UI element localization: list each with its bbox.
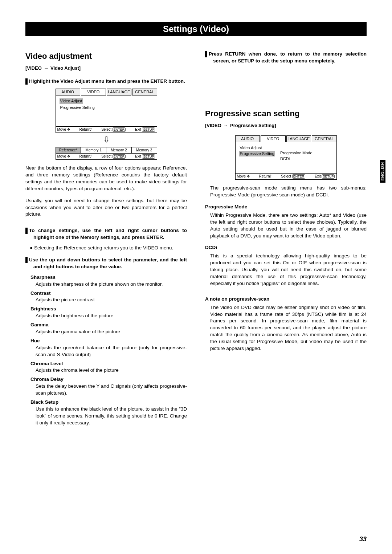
param-sharpness: Sharpness Adjusts the sharpness of the p… [25, 274, 187, 288]
osd-tab-audio: AUDIO [56, 89, 81, 95]
osd-tabs: AUDIO VIDEO LANGUAGE GENERAL [235, 135, 337, 142]
left-column: Video adjustment [VIDEO → Video Adjust] … [25, 51, 187, 429]
osd-footer-move: Move ✥ [57, 127, 70, 132]
right-column: 4Press RETURN when done, to return to th… [205, 51, 367, 429]
osd-footer-return: Return⤴ [79, 154, 92, 159]
osd-tab-language: LANGUAGE [107, 89, 132, 95]
return-icon: ⤴ [270, 174, 271, 178]
param-name: Chroma Delay [30, 376, 187, 383]
two-column-layout: Video adjustment [VIDEO → Video Adjust] … [25, 51, 367, 429]
param-desc: Use this to enhance the black level of t… [30, 406, 187, 427]
param-gamma: Gamma Adjusts the gamma value of the pic… [25, 322, 187, 335]
paragraph: Within Progressive Mode, there are two s… [205, 212, 367, 240]
osd-footer-exit: Exit SETUP [135, 154, 155, 159]
param-name: Hue [30, 338, 187, 345]
memory-row: Reference* Memory 1 Memory 2 Memory 3 [56, 147, 157, 154]
language-tab: ENGLISH [380, 160, 385, 183]
path-prefix: [VIDEO [205, 123, 221, 128]
osd-item: Video Adjust [239, 145, 275, 151]
paragraph: Near the bottom of the display, a row of… [25, 165, 187, 192]
param-desc: Sets the delay between the Y and C signa… [30, 383, 187, 397]
menu-path: [VIDEO → Progressive Setting] [205, 122, 367, 129]
step-number-4: 4 [205, 51, 207, 57]
param-name: Sharpness [30, 274, 187, 281]
param-black-setup: Black Setup Use this to enhance the blac… [25, 399, 187, 427]
param-name: Contrast [30, 290, 187, 297]
step-2: 2To change settings, use the left and ri… [25, 227, 187, 241]
osd-tab-audio: AUDIO [235, 135, 260, 142]
step-3: 3Use the up and down buttons to select t… [25, 257, 187, 270]
step-number-3: 3 [25, 257, 28, 263]
osd-body: Video Adjust Progressive Setting [56, 95, 157, 126]
step-2-text: To change settings, use the left and rig… [29, 228, 187, 240]
bullet-item: ● Selecting the Reference setting return… [25, 245, 187, 252]
param-desc: Adjusts the brightness of the picture [30, 313, 187, 319]
param-chroma-level: Chroma Level Adjusts the chroma level of… [25, 360, 187, 374]
osd-tab-general: GENERAL [132, 89, 157, 95]
step-1-text: Highlight the Video Adjust menu item and… [29, 78, 185, 84]
bullet-text: Selecting the Reference setting returns … [34, 245, 173, 250]
osd-item-selected: Progressive Setting [239, 151, 275, 156]
subsection-progressive-mode: Progressive Mode [205, 204, 367, 211]
enter-button-icon: ENTER [292, 174, 306, 179]
step-number-2: 2 [25, 228, 28, 234]
param-desc: Adjusts the picture contrast [30, 297, 187, 304]
dpad-icon: ✥ [67, 127, 70, 131]
param-chroma-delay: Chroma Delay Sets the delay between the … [25, 376, 187, 397]
osd-footer-return: Return⤴ [79, 127, 92, 132]
memory-cell-2: Memory 2 [106, 147, 132, 153]
setup-button-icon: SETUP [322, 174, 335, 179]
return-icon: ⤴ [90, 127, 92, 131]
param-hue: Hue Adjusts the green/red balance of the… [25, 338, 187, 358]
paragraph: Usually, you will not need to change the… [25, 197, 187, 218]
osd-tab-language: LANGUAGE [286, 135, 311, 142]
osd-menu-2: AUDIO VIDEO LANGUAGE GENERAL Video Adjus… [235, 135, 337, 180]
memory-cell-1: Memory 1 [81, 147, 106, 153]
param-desc: Adjusts the green/red balance of the pic… [30, 345, 187, 358]
paragraph: This is a special technology allowing hi… [205, 253, 367, 287]
osd-footer: Move ✥ Return⤴ Select ENTER Exit SETUP [56, 126, 157, 133]
section-title-video-adjustment: Video adjustment [25, 51, 187, 62]
dpad-icon: ✥ [247, 174, 250, 178]
param-desc: Adjusts the gamma value of the picture [30, 329, 187, 335]
osd-footer-2: Move ✥ Return⤴ Select ENTER Exit SETUP [56, 154, 157, 160]
setup-button-icon: SETUP [142, 127, 155, 132]
osd-footer-exit: Exit SETUP [315, 174, 335, 179]
down-arrow-icon: ⇩ [56, 134, 157, 146]
osd-footer-select: Select ENTER [281, 174, 305, 179]
osd-footer-return: Return⤴ [259, 174, 271, 179]
osd-footer-move: Move ✥ [237, 174, 250, 179]
osd-tab-video: VIDEO [261, 135, 286, 142]
step-number-1: 1 [25, 78, 28, 85]
param-name: Black Setup [30, 399, 187, 406]
step-1: 1Highlight the Video Adjust menu item an… [25, 78, 187, 85]
setup-button-icon: SETUP [142, 154, 155, 159]
osd-tab-video: VIDEO [81, 89, 106, 95]
page-header: Settings (Video) [25, 22, 367, 36]
osd-footer-move: Move ✥ [57, 154, 70, 159]
memory-cell-reference: Reference* [56, 147, 81, 153]
enter-button-icon: ENTER [113, 127, 126, 132]
section-title-progressive-scan: Progressive scan setting [205, 108, 367, 119]
menu-path: [VIDEO → Video Adjust] [25, 65, 187, 72]
osd-menu-1: AUDIO VIDEO LANGUAGE GENERAL Video Adjus… [56, 89, 157, 160]
osd-item-selected: Video Adjust [60, 98, 83, 104]
step-3-text: Use the up and down buttons to select th… [29, 257, 187, 269]
dpad-icon: ✥ [67, 154, 70, 158]
paragraph: The progressive-scan mode setting menu h… [205, 185, 367, 199]
enter-button-icon: ENTER [113, 154, 126, 159]
osd-body: Video Adjust Progressive Setting Progres… [235, 142, 337, 173]
path-suffix: Video Adjust] [50, 65, 81, 71]
path-suffix: Progressive Setting] [230, 123, 276, 128]
step-4-text: Press RETURN when done, to return to the… [209, 51, 367, 64]
param-contrast: Contrast Adjusts the picture contrast [25, 290, 187, 304]
step-4: 4Press RETURN when done, to return to th… [205, 51, 367, 65]
path-prefix: [VIDEO [25, 65, 42, 71]
param-name: Brightness [30, 306, 187, 313]
osd-submenu: Progressive Mode DCDi [280, 145, 313, 162]
osd-tabs: AUDIO VIDEO LANGUAGE GENERAL [56, 89, 157, 95]
osd-footer-exit: Exit SETUP [135, 127, 155, 132]
param-name: Gamma [30, 322, 187, 329]
page: Settings (Video) Video adjustment [VIDEO… [0, 0, 392, 443]
param-desc: Adjusts the chroma level of the picture [30, 367, 187, 374]
